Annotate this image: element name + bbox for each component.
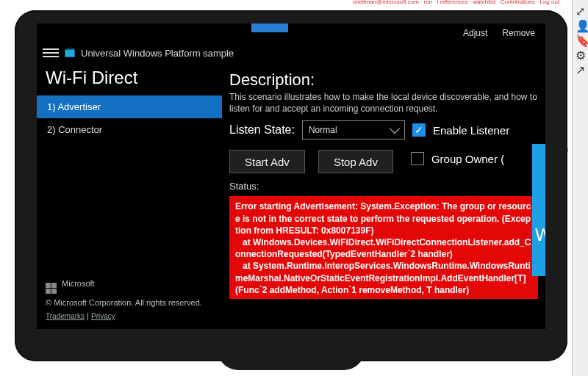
sidebar-item-connector[interactable]: 2) Connector — [37, 118, 222, 141]
group-owner-label: Group Owner ( — [431, 153, 504, 165]
description-text: This scenario illustrates how to make th… — [229, 91, 538, 115]
page-top-tiny-text: shellman@microsoft.com · run · i referen… — [353, 0, 559, 5]
chevron-down-icon — [390, 123, 400, 134]
sidebar: Wi-Fi Direct 1) Advertiser 2) Connector … — [37, 63, 222, 329]
expand-icon[interactable]: ⤢ — [576, 4, 586, 15]
active-tab-indicator — [251, 24, 288, 32]
device-frame: Adjust Remove Universal Windows Platform… — [15, 10, 567, 361]
enable-listener-checkbox[interactable]: ✓ — [412, 123, 426, 137]
right-peek-letter: W — [535, 225, 545, 245]
gear-icon[interactable]: ⚙ — [576, 48, 586, 59]
listen-state-value: Normal — [309, 125, 337, 135]
listen-state-label: Listen State: — [229, 123, 295, 137]
app-screen: Adjust Remove Universal Windows Platform… — [37, 24, 545, 329]
cmd-remove[interactable]: Remove — [502, 28, 535, 38]
share-icon[interactable]: ↗ — [576, 63, 586, 73]
page-top-strip: shellman@microsoft.com · run · i referen… — [0, 0, 572, 9]
brand-text: Microsoft — [62, 279, 95, 288]
microsoft-logo-icon — [46, 283, 57, 294]
main-pane: Description: This scenario illustrates h… — [222, 63, 545, 329]
footer-links: Trademarks | Privacy — [46, 311, 213, 320]
device-stand — [218, 350, 365, 370]
right-peek-panel[interactable]: W — [532, 144, 545, 276]
hamburger-icon[interactable] — [43, 45, 59, 61]
page-right-toolbar: ⤢ 👤 🔖 ⚙ ↗ — [572, 0, 588, 376]
status-label: Status: — [229, 181, 538, 192]
bookmark-icon[interactable]: 🔖 — [576, 34, 586, 44]
trademarks-link[interactable]: Trademarks — [46, 312, 85, 320]
app-header: Universal Windows Platform sample — [37, 43, 545, 63]
description-heading: Description: — [229, 70, 538, 90]
start-adv-button[interactable]: Start Adv — [229, 150, 305, 173]
group-owner-checkbox[interactable] — [411, 152, 424, 165]
sidebar-item-advertiser[interactable]: 1) Advertiser — [37, 95, 222, 118]
listen-state-select[interactable]: Normal — [302, 120, 405, 140]
enable-listener-label: Enable Listener — [433, 124, 509, 137]
app-icon — [65, 49, 75, 57]
person-icon[interactable]: 👤 — [576, 19, 586, 29]
copyright-text: © Microsoft Corporation. All rights rese… — [46, 298, 213, 307]
sidebar-footer: Microsoft © Microsoft Corporation. All r… — [37, 272, 222, 329]
cmd-adjust[interactable]: Adjust — [463, 28, 487, 38]
brand-row: Microsoft — [46, 279, 213, 294]
status-output: Error starting Advertisement: System.Exc… — [229, 196, 538, 299]
sidebar-title: Wi-Fi Direct — [37, 63, 222, 95]
privacy-link[interactable]: Privacy — [91, 312, 115, 320]
window-command-bar: Adjust Remove — [37, 24, 545, 43]
stop-adv-button[interactable]: Stop Adv — [318, 150, 393, 173]
app-title: Universal Windows Platform sample — [81, 48, 234, 59]
